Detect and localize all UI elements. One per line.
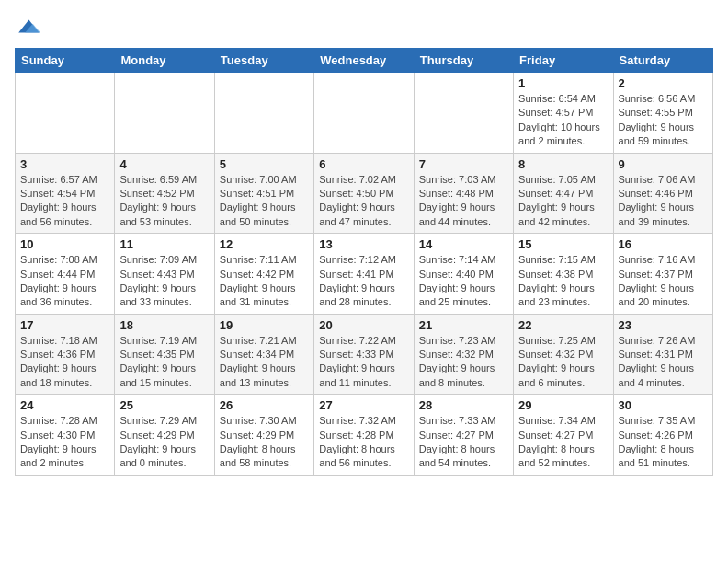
calendar-cell: 18Sunrise: 7:19 AM Sunset: 4:35 PM Dayli… <box>115 314 214 395</box>
calendar-cell: 10Sunrise: 7:08 AM Sunset: 4:44 PM Dayli… <box>16 234 115 315</box>
day-info: Sunrise: 7:03 AM Sunset: 4:48 PM Dayligh… <box>419 173 508 230</box>
day-info: Sunrise: 7:32 AM Sunset: 4:28 PM Dayligh… <box>319 414 408 471</box>
day-number: 6 <box>319 157 408 171</box>
calendar-cell: 7Sunrise: 7:03 AM Sunset: 4:48 PM Daylig… <box>414 153 513 234</box>
day-number: 13 <box>319 237 408 251</box>
day-info: Sunrise: 7:34 AM Sunset: 4:27 PM Dayligh… <box>518 414 608 471</box>
day-info: Sunrise: 7:23 AM Sunset: 4:32 PM Dayligh… <box>419 334 508 391</box>
calendar-cell <box>16 73 115 154</box>
day-number: 27 <box>319 398 408 412</box>
week-row-5: 24Sunrise: 7:28 AM Sunset: 4:30 PM Dayli… <box>16 395 713 476</box>
weekday-header-tuesday: Tuesday <box>214 49 313 73</box>
weekday-header-monday: Monday <box>115 49 214 73</box>
calendar-cell <box>414 73 513 154</box>
day-number: 2 <box>619 76 708 90</box>
calendar-table: SundayMondayTuesdayWednesdayThursdayFrid… <box>15 48 713 476</box>
day-info: Sunrise: 7:14 AM Sunset: 4:40 PM Dayligh… <box>419 253 508 310</box>
day-info: Sunrise: 6:54 AM Sunset: 4:57 PM Dayligh… <box>518 92 608 149</box>
day-info: Sunrise: 7:22 AM Sunset: 4:33 PM Dayligh… <box>319 334 408 391</box>
calendar-cell: 14Sunrise: 7:14 AM Sunset: 4:40 PM Dayli… <box>414 234 513 315</box>
day-info: Sunrise: 7:12 AM Sunset: 4:41 PM Dayligh… <box>319 253 408 310</box>
day-info: Sunrise: 7:26 AM Sunset: 4:31 PM Dayligh… <box>619 334 708 391</box>
day-info: Sunrise: 7:00 AM Sunset: 4:51 PM Dayligh… <box>220 173 309 230</box>
day-info: Sunrise: 7:19 AM Sunset: 4:35 PM Dayligh… <box>119 334 209 391</box>
logo-icon <box>15 15 40 40</box>
day-info: Sunrise: 7:30 AM Sunset: 4:29 PM Dayligh… <box>220 414 309 471</box>
day-info: Sunrise: 6:59 AM Sunset: 4:52 PM Dayligh… <box>119 173 209 230</box>
calendar-cell: 11Sunrise: 7:09 AM Sunset: 4:43 PM Dayli… <box>115 234 214 315</box>
day-info: Sunrise: 7:05 AM Sunset: 4:47 PM Dayligh… <box>518 173 608 230</box>
day-number: 16 <box>619 237 708 251</box>
day-number: 28 <box>419 398 508 412</box>
day-number: 10 <box>20 237 109 251</box>
day-info: Sunrise: 7:18 AM Sunset: 4:36 PM Dayligh… <box>20 334 109 391</box>
day-info: Sunrise: 7:21 AM Sunset: 4:34 PM Dayligh… <box>220 334 309 391</box>
calendar-cell: 22Sunrise: 7:25 AM Sunset: 4:32 PM Dayli… <box>514 314 613 395</box>
day-number: 15 <box>518 237 608 251</box>
weekday-header-sunday: Sunday <box>16 49 115 73</box>
calendar-cell: 27Sunrise: 7:32 AM Sunset: 4:28 PM Dayli… <box>314 395 414 476</box>
calendar-cell: 3Sunrise: 6:57 AM Sunset: 4:54 PM Daylig… <box>16 153 115 234</box>
week-row-3: 10Sunrise: 7:08 AM Sunset: 4:44 PM Dayli… <box>16 234 713 315</box>
day-number: 8 <box>518 157 608 171</box>
weekday-header-thursday: Thursday <box>414 49 513 73</box>
day-number: 9 <box>619 157 708 171</box>
week-row-1: 1Sunrise: 6:54 AM Sunset: 4:57 PM Daylig… <box>16 73 713 154</box>
day-number: 19 <box>220 318 309 332</box>
calendar-cell: 19Sunrise: 7:21 AM Sunset: 4:34 PM Dayli… <box>214 314 313 395</box>
day-number: 7 <box>419 157 508 171</box>
day-number: 20 <box>319 318 408 332</box>
day-info: Sunrise: 7:11 AM Sunset: 4:42 PM Dayligh… <box>220 253 309 310</box>
calendar-cell: 9Sunrise: 7:06 AM Sunset: 4:46 PM Daylig… <box>613 153 712 234</box>
day-number: 12 <box>220 237 309 251</box>
day-info: Sunrise: 6:56 AM Sunset: 4:55 PM Dayligh… <box>619 92 708 149</box>
day-number: 17 <box>20 318 109 332</box>
calendar-cell: 8Sunrise: 7:05 AM Sunset: 4:47 PM Daylig… <box>514 153 613 234</box>
day-number: 22 <box>518 318 608 332</box>
calendar-cell: 1Sunrise: 6:54 AM Sunset: 4:57 PM Daylig… <box>514 73 613 154</box>
day-info: Sunrise: 7:35 AM Sunset: 4:26 PM Dayligh… <box>619 414 708 471</box>
day-info: Sunrise: 7:06 AM Sunset: 4:46 PM Dayligh… <box>619 173 708 230</box>
day-number: 30 <box>619 398 708 412</box>
day-number: 5 <box>220 157 309 171</box>
day-info: Sunrise: 7:16 AM Sunset: 4:37 PM Dayligh… <box>619 253 708 310</box>
day-number: 25 <box>119 398 209 412</box>
day-number: 11 <box>119 237 209 251</box>
day-info: Sunrise: 7:29 AM Sunset: 4:29 PM Dayligh… <box>119 414 209 471</box>
calendar-cell: 4Sunrise: 6:59 AM Sunset: 4:52 PM Daylig… <box>115 153 214 234</box>
day-info: Sunrise: 7:15 AM Sunset: 4:38 PM Dayligh… <box>518 253 608 310</box>
calendar-cell: 16Sunrise: 7:16 AM Sunset: 4:37 PM Dayli… <box>613 234 712 315</box>
day-number: 14 <box>419 237 508 251</box>
day-number: 29 <box>518 398 608 412</box>
day-info: Sunrise: 7:33 AM Sunset: 4:27 PM Dayligh… <box>419 414 508 471</box>
day-number: 26 <box>220 398 309 412</box>
calendar-cell: 28Sunrise: 7:33 AM Sunset: 4:27 PM Dayli… <box>414 395 513 476</box>
calendar-cell: 20Sunrise: 7:22 AM Sunset: 4:33 PM Dayli… <box>314 314 414 395</box>
calendar-cell: 26Sunrise: 7:30 AM Sunset: 4:29 PM Dayli… <box>214 395 313 476</box>
day-info: Sunrise: 7:08 AM Sunset: 4:44 PM Dayligh… <box>20 253 109 310</box>
week-row-4: 17Sunrise: 7:18 AM Sunset: 4:36 PM Dayli… <box>16 314 713 395</box>
logo <box>15 15 44 40</box>
day-info: Sunrise: 7:02 AM Sunset: 4:50 PM Dayligh… <box>319 173 408 230</box>
calendar-cell <box>314 73 414 154</box>
weekday-header-friday: Friday <box>514 49 613 73</box>
calendar-cell: 29Sunrise: 7:34 AM Sunset: 4:27 PM Dayli… <box>514 395 613 476</box>
calendar-cell: 21Sunrise: 7:23 AM Sunset: 4:32 PM Dayli… <box>414 314 513 395</box>
calendar-cell: 17Sunrise: 7:18 AM Sunset: 4:36 PM Dayli… <box>16 314 115 395</box>
day-number: 23 <box>619 318 708 332</box>
calendar-cell: 2Sunrise: 6:56 AM Sunset: 4:55 PM Daylig… <box>613 73 712 154</box>
day-info: Sunrise: 7:28 AM Sunset: 4:30 PM Dayligh… <box>20 414 109 471</box>
calendar-cell: 6Sunrise: 7:02 AM Sunset: 4:50 PM Daylig… <box>314 153 414 234</box>
day-number: 3 <box>20 157 109 171</box>
page-header <box>15 15 713 40</box>
calendar-cell: 12Sunrise: 7:11 AM Sunset: 4:42 PM Dayli… <box>214 234 313 315</box>
weekday-header-wednesday: Wednesday <box>314 49 414 73</box>
calendar-cell: 13Sunrise: 7:12 AM Sunset: 4:41 PM Dayli… <box>314 234 414 315</box>
calendar-cell: 15Sunrise: 7:15 AM Sunset: 4:38 PM Dayli… <box>514 234 613 315</box>
calendar-cell <box>214 73 313 154</box>
day-number: 21 <box>419 318 508 332</box>
day-info: Sunrise: 7:09 AM Sunset: 4:43 PM Dayligh… <box>119 253 209 310</box>
day-number: 24 <box>20 398 109 412</box>
calendar-cell: 30Sunrise: 7:35 AM Sunset: 4:26 PM Dayli… <box>613 395 712 476</box>
calendar-cell: 24Sunrise: 7:28 AM Sunset: 4:30 PM Dayli… <box>16 395 115 476</box>
